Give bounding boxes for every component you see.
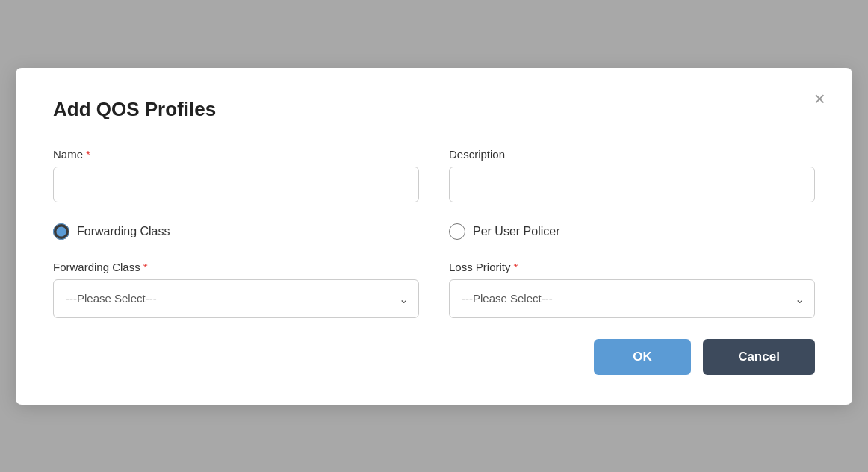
forwarding-class-select-wrapper: ---Please Select--- ⌄	[53, 279, 419, 318]
radio-forwarding-label[interactable]: Forwarding Class	[77, 225, 170, 238]
action-row: OK Cancel	[53, 339, 815, 375]
form-row-selects: Forwarding Class * ---Please Select--- ⌄…	[53, 261, 815, 318]
forwarding-class-required-star: *	[143, 261, 148, 273]
radio-per-user-label[interactable]: Per User Policer	[473, 225, 559, 238]
loss-priority-select[interactable]: ---Please Select---	[449, 279, 815, 318]
radio-forwarding-class[interactable]	[53, 223, 69, 240]
loss-priority-select-wrapper: ---Please Select--- ⌄	[449, 279, 815, 318]
forwarding-class-label: Forwarding Class *	[53, 261, 419, 273]
radio-group-forwarding: Forwarding Class	[53, 223, 419, 240]
close-button[interactable]: ×	[814, 89, 825, 108]
name-required-star: *	[86, 148, 90, 161]
modal-title: Add QOS Profiles	[53, 98, 815, 121]
radio-group-per-user: Per User Policer	[449, 223, 815, 240]
radio-per-user-policer[interactable]	[449, 223, 465, 240]
radio-row: Forwarding Class Per User Policer	[53, 223, 815, 240]
loss-priority-required-star: *	[514, 261, 518, 273]
cancel-button[interactable]: Cancel	[703, 339, 815, 375]
forwarding-class-field-group: Forwarding Class * ---Please Select--- ⌄	[53, 261, 419, 318]
ok-button[interactable]: OK	[594, 339, 691, 375]
forwarding-class-select[interactable]: ---Please Select---	[53, 279, 419, 318]
form-row-name-description: Name * Description	[53, 148, 815, 202]
loss-priority-label: Loss Priority *	[449, 261, 815, 273]
modal-dialog: Add QOS Profiles × Name * Description Fo…	[16, 68, 852, 405]
description-input[interactable]	[449, 167, 815, 202]
description-field-group: Description	[449, 148, 815, 202]
name-label: Name *	[53, 148, 419, 161]
name-field-group: Name *	[53, 148, 419, 202]
modal-overlay: Add QOS Profiles × Name * Description Fo…	[0, 0, 868, 472]
loss-priority-field-group: Loss Priority * ---Please Select--- ⌄	[449, 261, 815, 318]
name-input[interactable]	[53, 167, 419, 202]
description-label: Description	[449, 148, 815, 161]
